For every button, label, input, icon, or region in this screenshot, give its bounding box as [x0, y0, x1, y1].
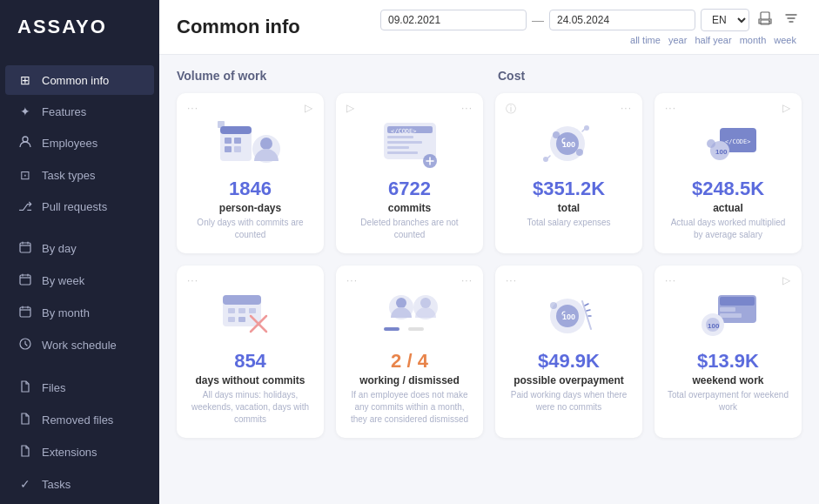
- card-label-total: total: [558, 202, 580, 214]
- card-label-person-days: person-days: [219, 202, 281, 214]
- svg-point-7: [769, 21, 770, 23]
- sidebar-label-by-month: By month: [42, 306, 90, 319]
- svg-rect-23: [387, 151, 418, 154]
- card-dots-4: ···: [665, 102, 676, 114]
- sidebar-item-work-schedule[interactable]: Work schedule: [5, 330, 154, 360]
- card-days-no-commits: ··· 854 days without commits All: [177, 265, 324, 438]
- shortcut-all-time[interactable]: all time: [630, 35, 661, 45]
- svg-rect-16: [218, 121, 225, 128]
- card-dots-2: ▷: [346, 102, 355, 114]
- sidebar-item-by-day[interactable]: By day: [5, 233, 154, 264]
- sidebar-item-files[interactable]: Files: [5, 373, 154, 403]
- svg-rect-20: [387, 136, 413, 138]
- tasks-icon: ✓: [17, 477, 33, 491]
- sidebar-label-by-day: By day: [42, 242, 77, 255]
- card-value-overpayment: $49.9K: [538, 350, 600, 373]
- sidebar-item-features[interactable]: ✦ Features: [5, 97, 154, 126]
- removed-file-icon: [17, 413, 33, 427]
- svg-rect-12: [225, 146, 232, 152]
- card-value-no-commits: 854: [234, 350, 266, 373]
- shortcut-year[interactable]: year: [668, 35, 687, 45]
- print-button[interactable]: [755, 10, 775, 30]
- volume-section-label: Volume of work: [177, 69, 480, 83]
- overpayment-illustration: 100: [534, 286, 604, 343]
- svg-rect-11: [234, 138, 241, 144]
- sidebar-label-by-week: By week: [42, 274, 84, 287]
- calendar-icon: [17, 241, 33, 256]
- svg-point-47: [420, 298, 431, 308]
- content-area: Volume of work Cost ··· ▷: [159, 55, 819, 504]
- sidebar-label-features: Features: [42, 105, 86, 118]
- svg-point-36: [707, 139, 715, 148]
- card-desc-no-commits: All days minus: holidays, weekends, vaca…: [189, 389, 312, 426]
- language-select[interactable]: EN RU: [701, 9, 749, 31]
- shortcut-week[interactable]: week: [774, 35, 796, 45]
- date-to-input[interactable]: [549, 10, 695, 30]
- svg-rect-43: [238, 317, 245, 322]
- svg-point-15: [260, 138, 272, 150]
- date-shortcuts: all time year half year month week: [630, 35, 802, 45]
- cost-section-label: Cost: [498, 69, 802, 83]
- page-title: Common info: [177, 16, 300, 38]
- card-desc-commits: Deleted branches are not counted: [348, 217, 471, 241]
- card-value-person-days: 1846: [229, 178, 272, 200]
- filter-button[interactable]: [781, 10, 802, 30]
- sidebar-item-task-types[interactable]: ⊡ Task types: [5, 160, 154, 190]
- card-label-working: working / dismissed: [359, 374, 460, 386]
- svg-rect-57: [720, 313, 742, 318]
- sidebar-item-by-month[interactable]: By month: [5, 298, 154, 328]
- sidebar-item-pull-requests[interactable]: ⎇ Pull requests: [5, 192, 154, 221]
- svg-text:</CODE>: </CODE>: [725, 138, 751, 145]
- svg-point-0: [23, 137, 28, 142]
- total-cost-illustration: 100: [534, 114, 604, 171]
- task-icon: ⊡: [17, 168, 33, 182]
- svg-rect-5: [761, 12, 769, 19]
- star-icon: ✦: [17, 104, 33, 118]
- header-controls: — EN RU all time year hal: [380, 9, 802, 45]
- sidebar-item-tasks[interactable]: ✓ Tasks: [5, 469, 154, 499]
- person-icon: [17, 136, 33, 151]
- sidebar-label-removed-files: Removed files: [42, 413, 113, 427]
- card-weekend-work: ··· ▷ 100 $13.9K weekend work Total ov: [655, 265, 802, 438]
- svg-text:</CODE>: </CODE>: [391, 128, 417, 135]
- sidebar-item-common-info[interactable]: ⊞ Common info: [5, 65, 154, 95]
- clock-icon: [17, 338, 33, 353]
- card-dots-6: ···: [346, 274, 358, 286]
- svg-point-53: [550, 302, 557, 309]
- card-dots-8: ···: [665, 274, 676, 286]
- sidebar-item-employees[interactable]: Employees: [5, 128, 154, 158]
- date-separator: —: [532, 13, 544, 27]
- svg-rect-56: [720, 307, 735, 312]
- sidebar-item-releases[interactable]: 🏷 Releases: [5, 501, 154, 504]
- card-desc-actual: Actual days worked multiplied by average…: [667, 217, 789, 241]
- svg-point-31: [543, 157, 548, 162]
- card-working-dismissed: ··· ··· 2 / 4 working / dismisse: [336, 265, 483, 438]
- sidebar-item-by-week[interactable]: By week: [5, 265, 154, 296]
- card-label-actual: actual: [713, 202, 743, 214]
- sidebar-label-common-info: Common info: [42, 74, 109, 87]
- sidebar-item-extensions[interactable]: Extensions: [5, 437, 154, 467]
- svg-point-28: [553, 131, 560, 138]
- card-dots-5: ···: [187, 274, 198, 286]
- actual-cost-illustration: </CODE> 100: [694, 114, 763, 171]
- cards-row-2: ··· 854 days without commits All: [177, 265, 802, 438]
- sidebar-item-removed-files[interactable]: Removed files: [5, 405, 154, 435]
- sidebar-label-files: Files: [42, 381, 65, 394]
- main-content: Common info — EN RU: [159, 0, 819, 504]
- svg-text:100: 100: [562, 140, 575, 149]
- svg-rect-55: [720, 297, 755, 306]
- card-dots-7: ···: [506, 274, 517, 286]
- svg-rect-49: [408, 327, 424, 331]
- card-value-total: $351.2K: [533, 178, 605, 200]
- shortcut-month[interactable]: month: [740, 35, 767, 45]
- calendar-week-icon: [17, 273, 33, 288]
- sidebar-label-pull-requests: Pull requests: [42, 200, 107, 213]
- card-total-cost: ⓘ ··· 100 $351.: [495, 93, 642, 253]
- svg-rect-48: [384, 327, 399, 331]
- svg-rect-38: [223, 295, 261, 305]
- shortcut-half-year[interactable]: half year: [695, 35, 731, 45]
- svg-rect-1: [20, 243, 30, 252]
- grid-icon: ⊞: [17, 73, 33, 87]
- date-from-input[interactable]: [380, 10, 527, 30]
- svg-point-29: [576, 149, 583, 156]
